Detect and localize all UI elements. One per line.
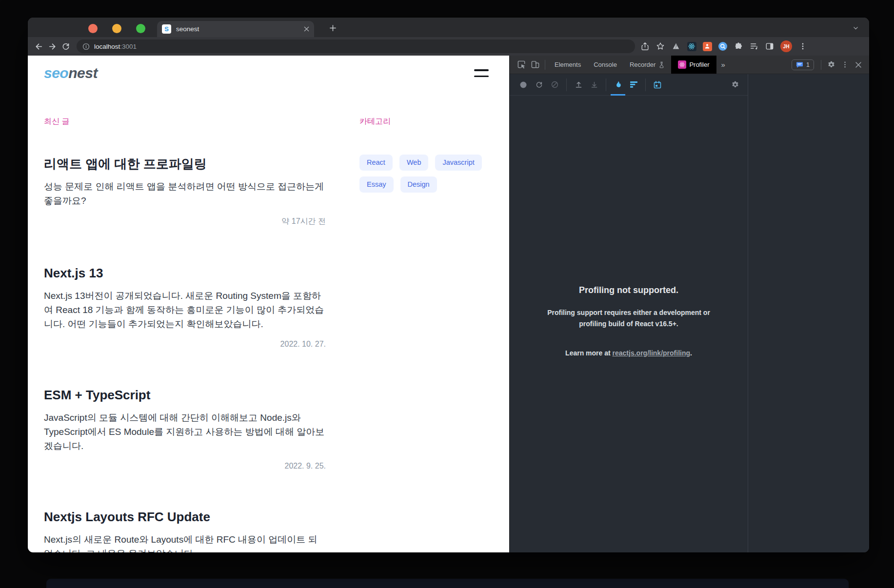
logo-part-dark: nest <box>68 65 98 81</box>
post-item: 리액트 앱에 대한 프로파일링 성능 문제로 인해 리액트 앱을 분석하려면 어… <box>44 156 326 227</box>
minimize-icon[interactable] <box>112 24 121 33</box>
reload-profile-icon[interactable] <box>531 74 547 96</box>
issues-counter[interactable]: 1 <box>792 59 814 70</box>
tab-title: seonest <box>176 25 299 33</box>
devtools-tab-bar: Elements Console Recorder Profiler » <box>510 56 869 74</box>
post-date: 2022. 9. 25. <box>44 462 326 470</box>
new-tab-button[interactable] <box>326 21 339 34</box>
kebab-menu-icon[interactable] <box>798 41 808 51</box>
category-chip[interactable]: Javascript <box>435 155 481 171</box>
more-tabs-chevron[interactable]: » <box>716 60 730 69</box>
divider <box>606 78 606 91</box>
clear-icon[interactable] <box>547 74 562 96</box>
category-chip[interactable]: React <box>359 155 393 171</box>
traffic-lights <box>88 24 145 33</box>
profiler-message-title: Profiling not supported. <box>538 285 719 295</box>
upload-icon[interactable] <box>571 74 586 96</box>
device-toolbar-icon[interactable] <box>528 58 542 72</box>
tab-close-icon[interactable] <box>304 26 309 32</box>
person-extension-icon[interactable] <box>702 41 712 51</box>
post-date: 2022. 10. 27. <box>44 340 326 349</box>
zoom-icon[interactable] <box>136 24 145 33</box>
categories-label: 카테고리 <box>359 117 497 126</box>
issues-count-label: 1 <box>806 61 810 68</box>
menu-icon[interactable] <box>474 67 489 79</box>
tab-elements[interactable]: Elements <box>548 56 587 74</box>
desktop-background: S seonest <box>0 0 894 588</box>
divider <box>566 78 567 91</box>
post-title[interactable]: 리액트 앱에 대한 프로파일링 <box>44 156 326 172</box>
post-title[interactable]: Next.js 13 <box>44 265 326 281</box>
gear-icon[interactable] <box>727 74 743 96</box>
post-description: Next.js 13버전이 공개되었습니다. 새로운 Routing Syste… <box>44 289 326 331</box>
favicon: S <box>162 24 171 34</box>
download-icon[interactable] <box>586 74 602 96</box>
category-chip-list: React Web Javascript Essay Design <box>359 155 497 193</box>
message-bubble-icon <box>796 61 803 68</box>
background-window-edge <box>46 579 849 588</box>
learn-more-prefix: Learn more at <box>565 349 612 357</box>
post-description: 성능 문제로 인해 리액트 앱을 분석하려면 어떤 방식으로 접근하는게 좋을까… <box>44 179 326 208</box>
tab-console[interactable]: Console <box>587 56 623 74</box>
kebab-menu-icon[interactable] <box>838 58 852 72</box>
latest-posts-label: 최신 글 <box>44 117 326 126</box>
bookmark-star-icon[interactable] <box>656 41 665 51</box>
share-icon[interactable] <box>640 41 650 51</box>
tab-profiler[interactable]: Profiler <box>671 56 716 74</box>
record-icon[interactable] <box>516 74 531 96</box>
tab-search-caret-icon[interactable] <box>852 24 859 32</box>
gear-icon[interactable] <box>824 58 838 72</box>
forward-icon[interactable] <box>45 39 59 53</box>
tab-strip: S seonest <box>28 18 869 37</box>
react-devtools-extension-icon[interactable] <box>687 41 696 51</box>
browser-window: S seonest <box>28 18 869 552</box>
profile-avatar[interactable]: JH <box>780 40 792 52</box>
ranked-chart-icon[interactable] <box>626 74 641 96</box>
profiler-toolbar <box>510 74 748 96</box>
browser-toolbar: localhost:3001 <box>28 37 869 56</box>
post-description: JavaScript의 모듈 시스템에 대해 간단히 이해해보고 Node.js… <box>44 411 326 453</box>
post-date: 약 17시간 전 <box>44 216 326 227</box>
post-item: Nextjs Layouts RFC Update Next.js의 새로운 R… <box>44 509 326 552</box>
profiling-docs-link[interactable]: reactjs.org/link/profiling <box>613 349 690 357</box>
url-host: localhost <box>94 43 120 50</box>
tab-label: Elements <box>555 61 581 68</box>
post-title[interactable]: ESM + TypeScript <box>44 387 326 403</box>
tab-recorder[interactable]: Recorder <box>623 56 671 74</box>
profiler-message: Profiling not supported. Profiling suppo… <box>510 96 748 552</box>
side-panel-icon[interactable] <box>765 41 775 51</box>
category-chip[interactable]: Essay <box>359 176 394 193</box>
divider <box>645 78 646 91</box>
profiler-main-pane: Profiling not supported. Profiling suppo… <box>510 74 748 552</box>
address-bar[interactable]: localhost:3001 <box>77 39 635 53</box>
categories-section: 카테고리 React Web Javascript Essay Design <box>359 117 497 552</box>
url-port: :3001 <box>120 43 137 50</box>
inspect-element-icon[interactable] <box>515 58 528 72</box>
profiler-details-pane <box>748 74 869 552</box>
info-icon[interactable] <box>82 43 90 50</box>
category-chip[interactable]: Design <box>400 176 437 193</box>
category-chip[interactable]: Web <box>399 155 429 171</box>
site-logo[interactable]: seonest <box>44 65 98 81</box>
browser-tab[interactable]: S seonest <box>157 21 314 37</box>
toolbar-actions: JH <box>640 40 808 52</box>
close-icon[interactable] <box>852 58 865 72</box>
reload-icon[interactable] <box>59 39 73 53</box>
puzzle-extensions-icon[interactable] <box>734 41 743 51</box>
q-search-extension-icon[interactable] <box>718 41 728 51</box>
timeline-icon[interactable] <box>650 74 665 96</box>
profiler-message-body: Profiling support requires either a deve… <box>538 307 719 329</box>
origami-extension-icon[interactable] <box>671 41 681 51</box>
post-item: ESM + TypeScript JavaScript의 모듈 시스템에 대해 … <box>44 387 326 470</box>
url-text: localhost:3001 <box>94 43 137 50</box>
reading-list-icon[interactable] <box>749 41 759 51</box>
flask-icon <box>658 61 665 68</box>
divider <box>821 60 821 70</box>
close-icon[interactable] <box>88 24 98 33</box>
flamegraph-icon[interactable] <box>610 74 626 96</box>
post-title[interactable]: Nextjs Layouts RFC Update <box>44 509 326 525</box>
post-description: Next.js의 새로운 Route와 Layouts에 대한 RFC 내용이 … <box>44 532 326 552</box>
tab-label: Profiler <box>689 61 709 68</box>
learn-more-suffix: . <box>690 349 692 357</box>
back-icon[interactable] <box>32 39 45 53</box>
